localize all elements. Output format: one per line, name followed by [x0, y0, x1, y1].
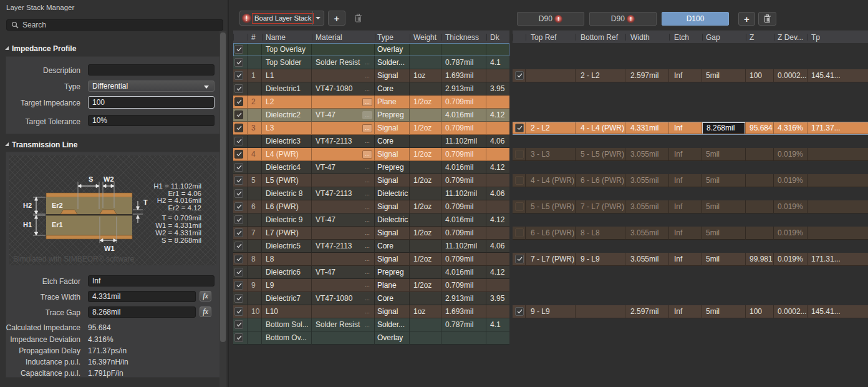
svg-text:Simulated with SIMBEOR® softwa: Simulated with SIMBEOR® software: [13, 255, 135, 263]
svg-text:T = 0.709mil: T = 0.709mil: [162, 214, 201, 222]
svg-text:H1: H1: [23, 221, 32, 228]
svg-text:H1 = 11.102mil: H1 = 11.102mil: [153, 182, 201, 190]
svg-text:S: S: [89, 175, 93, 183]
svg-text:S = 8.268mil: S = 8.268mil: [162, 237, 201, 244]
svg-text:Er2 = 4.12: Er2 = 4.12: [168, 204, 201, 212]
svg-text:W1: W1: [104, 245, 115, 252]
svg-text:T: T: [143, 198, 148, 206]
svg-text:W2: W2: [104, 175, 114, 183]
svg-text:W1 = 4.331mil: W1 = 4.331mil: [155, 222, 201, 229]
svg-text:Er2: Er2: [52, 202, 63, 209]
svg-text:H2: H2: [23, 202, 32, 209]
svg-text:W2 = 4.331mil: W2 = 4.331mil: [155, 229, 201, 237]
svg-text:H2 = 4.016mil: H2 = 4.016mil: [157, 197, 201, 204]
svg-text:Er1: Er1: [52, 221, 63, 228]
